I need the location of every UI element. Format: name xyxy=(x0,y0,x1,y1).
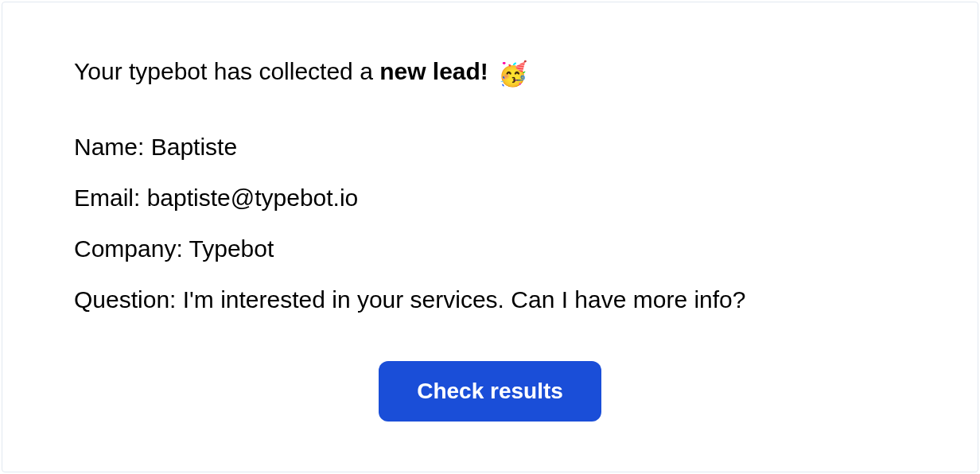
field-question-label: Question xyxy=(74,286,169,313)
email-card: Your typebot has collected a new lead! 🥳… xyxy=(2,2,978,472)
headline-bold: new lead! xyxy=(379,58,488,84)
field-name-value: Baptiste xyxy=(151,134,237,160)
button-container: Check results xyxy=(74,361,906,422)
field-company-label: Company xyxy=(74,235,176,262)
field-email-value: baptiste@typebot.io xyxy=(147,185,359,211)
headline-prefix: Your typebot has collected a xyxy=(74,58,379,84)
check-results-button[interactable]: Check results xyxy=(379,361,601,422)
field-question: Question: I'm interested in your service… xyxy=(74,286,906,313)
field-company: Company: Typebot xyxy=(74,235,906,262)
field-name: Name: Baptiste xyxy=(74,134,906,161)
field-company-value: Typebot xyxy=(189,235,274,262)
party-face-emoji-icon: 🥳 xyxy=(498,60,527,87)
headline: Your typebot has collected a new lead! 🥳 xyxy=(74,58,906,87)
field-name-label: Name xyxy=(74,134,138,160)
field-email: Email: baptiste@typebot.io xyxy=(74,185,906,212)
field-question-value: I'm interested in your services. Can I h… xyxy=(183,286,746,313)
field-email-label: Email xyxy=(74,185,134,211)
